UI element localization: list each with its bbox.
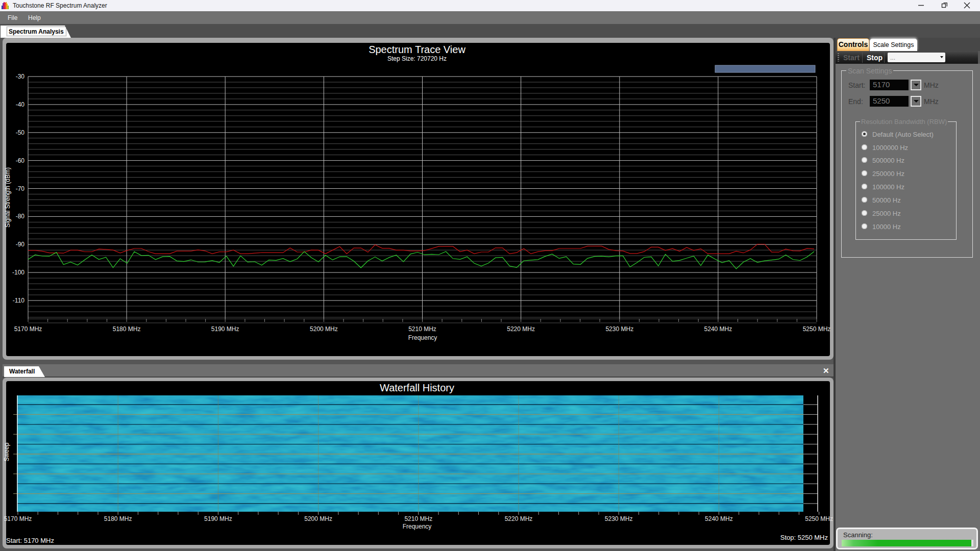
svg-text:5240 MHz: 5240 MHz bbox=[705, 515, 733, 522]
svg-text:Stop: 5250 MHz: Stop: 5250 MHz bbox=[780, 534, 828, 541]
svg-text:-40: -40 bbox=[16, 101, 25, 108]
svg-text:5230 MHz: 5230 MHz bbox=[605, 325, 633, 333]
svg-text:5180 MHz: 5180 MHz bbox=[113, 325, 141, 333]
svg-text:-100: -100 bbox=[12, 269, 24, 276]
svg-text:Signal Strength (dBm): Signal Strength (dBm) bbox=[4, 167, 11, 228]
svg-text:5220 MHz: 5220 MHz bbox=[507, 325, 535, 333]
svg-text:5210 MHz: 5210 MHz bbox=[404, 515, 432, 522]
svg-text:5190 MHz: 5190 MHz bbox=[211, 325, 239, 333]
svg-text:5170 MHz: 5170 MHz bbox=[4, 515, 32, 522]
svg-text:-30: -30 bbox=[16, 73, 25, 80]
svg-text:5240 MHz: 5240 MHz bbox=[704, 325, 732, 333]
svg-text:-60: -60 bbox=[16, 157, 25, 164]
svg-text:5220 MHz: 5220 MHz bbox=[505, 515, 533, 522]
svg-text:Start: 5170 MHz: Start: 5170 MHz bbox=[6, 537, 54, 544]
svg-text:5250 MHz: 5250 MHz bbox=[805, 515, 833, 522]
svg-text:5200 MHz: 5200 MHz bbox=[304, 515, 332, 522]
svg-text:5180 MHz: 5180 MHz bbox=[104, 515, 132, 522]
svg-text:5230 MHz: 5230 MHz bbox=[605, 515, 633, 522]
svg-text:5250 MHz: 5250 MHz bbox=[803, 325, 831, 333]
svg-text:Spectrum Trace View: Spectrum Trace View bbox=[369, 44, 465, 55]
svg-text:Step Size: 720720 Hz: Step Size: 720720 Hz bbox=[387, 55, 447, 62]
svg-text:5170 MHz: 5170 MHz bbox=[14, 325, 42, 333]
svg-text:Frequency: Frequency bbox=[403, 523, 432, 530]
svg-text:-50: -50 bbox=[16, 129, 25, 136]
svg-text:Sweep: Sweep bbox=[3, 442, 10, 461]
svg-text:5200 MHz: 5200 MHz bbox=[310, 325, 338, 333]
svg-text:Waterfall History: Waterfall History bbox=[380, 382, 454, 393]
svg-text:-90: -90 bbox=[16, 241, 25, 248]
svg-text:-80: -80 bbox=[16, 213, 25, 220]
svg-text:5210 MHz: 5210 MHz bbox=[408, 325, 436, 333]
svg-text:-110: -110 bbox=[13, 297, 24, 304]
svg-text:Frequency: Frequency bbox=[408, 334, 437, 341]
svg-text:-70: -70 bbox=[16, 185, 25, 192]
svg-text:5190 MHz: 5190 MHz bbox=[204, 515, 232, 522]
